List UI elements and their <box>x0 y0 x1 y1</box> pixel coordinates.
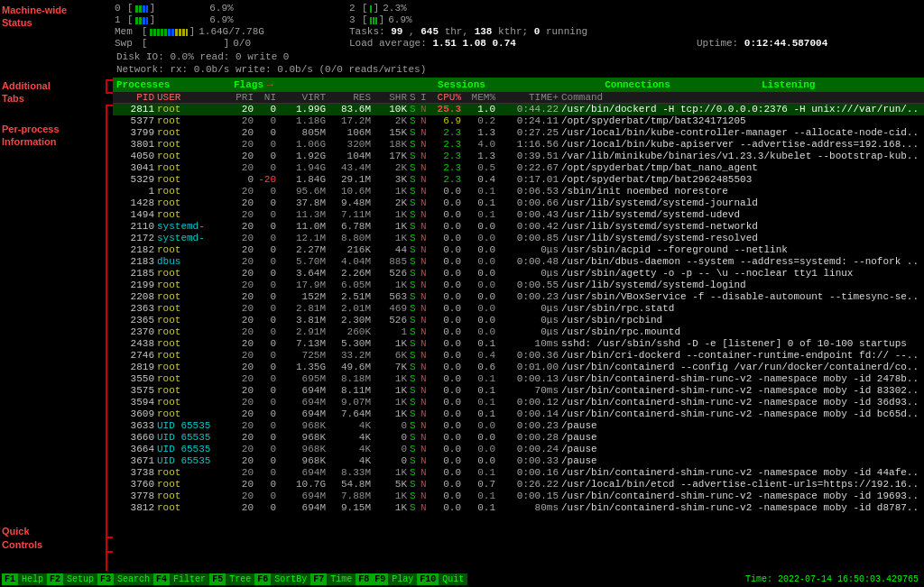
table-row[interactable]: 3671 UID 65535 20 0 968K 4K 0 S N 0.0 0.… <box>113 455 924 467</box>
sh-s: S <box>410 92 420 103</box>
header-listening[interactable]: Listening <box>762 78 920 92</box>
cell-pri: 20 <box>234 268 256 280</box>
sh-pri[interactable]: PRI <box>234 92 256 103</box>
cell-pri: 20 <box>234 186 256 197</box>
cell-shr: 1K <box>374 397 410 408</box>
fn-key-f1[interactable]: F1 <box>2 573 18 585</box>
table-row[interactable]: 3760 root 20 0 10.7G 54.8M 5K S N 0.0 0.… <box>113 479 924 491</box>
cell-pri: 20 <box>234 115 256 127</box>
cell-pri: 20 <box>234 151 256 162</box>
table-row[interactable]: 1428 root 20 0 37.8M 9.48M 2K S N 0.0 0.… <box>113 197 924 209</box>
fn-key-f2[interactable]: F2 <box>47 573 63 585</box>
header-connections[interactable]: Connections <box>513 78 762 92</box>
table-row[interactable]: 2182 root 20 0 2.27M 216K 44 S N 0.0 0.0… <box>113 244 924 256</box>
table-row[interactable]: 2370 root 20 0 2.91M 260K 1 S N 0.0 0.0 … <box>113 326 924 338</box>
table-row[interactable]: 3660 UID 65535 20 0 968K 4K 0 S N 0.0 0.… <box>113 432 924 444</box>
table-row[interactable]: 5329 root 0 -20 1.84G 29.1M 3K S N 2.3 0… <box>113 174 924 186</box>
table-row[interactable]: 2365 root 20 0 3.81M 2.30M 526 S N 0.0 0… <box>113 315 924 326</box>
table-row[interactable]: 2208 root 20 0 152M 2.51M 563 S N 0.0 0.… <box>113 291 924 303</box>
table-row[interactable]: 3633 UID 65535 20 0 968K 4K 0 S N 0.0 0.… <box>113 420 924 432</box>
cell-i: N <box>420 303 430 315</box>
cell-cpu: 0.0 <box>430 467 464 479</box>
table-row[interactable]: 3664 UID 65535 20 0 968K 4K 0 S N 0.0 0.… <box>113 444 924 455</box>
sh-cpu[interactable]: CPU% <box>430 92 464 103</box>
table-row[interactable]: 2172 systemd- 20 0 12.1M 8.80M 1K S N 0.… <box>113 233 924 244</box>
table-row[interactable]: 2363 root 20 0 2.81M 2.01M 469 S N 0.0 0… <box>113 303 924 315</box>
header-sessions[interactable]: Sessions <box>410 78 513 92</box>
cell-user: root <box>157 350 234 362</box>
fn-key-f9[interactable]: F9 <box>372 573 388 585</box>
fn-key-f8[interactable]: F8 <box>356 573 372 585</box>
fn-key-f5[interactable]: F5 <box>209 573 226 585</box>
cell-pri: 20 <box>234 303 256 315</box>
process-list[interactable]: 2811 root 20 0 1.99G 83.6M 10K S N 25.3 … <box>113 104 924 571</box>
fn-label-setup: Setup <box>63 573 97 585</box>
sh-i: I <box>420 92 430 103</box>
cell-virt: 1.94G <box>279 162 328 174</box>
table-row[interactable]: 3738 root 20 0 694M 8.33M 1K S N 0.0 0.1… <box>113 467 924 479</box>
table-row[interactable]: 2438 root 20 0 7.13M 5.30M 1K S N 0.0 0.… <box>113 338 924 350</box>
cell-user: root <box>157 197 234 209</box>
cell-cmd: /usr/sbin/agetty -o -p -- \u --noclear t… <box>561 268 920 280</box>
table-row[interactable]: 2811 root 20 0 1.99G 83.6M 10K S N 25.3 … <box>113 104 924 115</box>
header-processes[interactable]: Processes <box>116 78 234 92</box>
table-row[interactable]: 4050 root 20 0 1.92G 104M 17K S N 2.3 1.… <box>113 151 924 162</box>
cell-i: N <box>420 502 430 514</box>
table-row[interactable]: 2819 root 20 0 1.35G 49.6M 7K S N 0.0 0.… <box>113 362 924 373</box>
cell-virt: 1.92G <box>279 151 328 162</box>
cell-cpu: 6.9 <box>430 115 464 127</box>
cell-virt: 968K <box>279 444 328 455</box>
sh-pid[interactable]: PID <box>116 92 157 103</box>
cell-s: S <box>410 151 420 162</box>
table-row[interactable]: 3550 root 20 0 695M 8.18M 1K S N 0.0 0.1… <box>113 373 924 385</box>
header-flags[interactable]: Flags → <box>234 78 410 92</box>
cell-shr: 6K <box>374 350 410 362</box>
sh-ni[interactable]: NI <box>256 92 279 103</box>
sh-virt[interactable]: VIRT <box>279 92 328 103</box>
cell-cpu: 0.0 <box>430 268 464 280</box>
cell-time: 0μs <box>498 326 561 338</box>
sh-time[interactable]: TIME+ <box>498 92 561 103</box>
fn-key-f10[interactable]: F10 <box>417 573 439 585</box>
cell-mem: 0.2 <box>464 115 498 127</box>
table-row[interactable]: 3799 root 20 0 805M 106M 15K S N 2.3 1.3… <box>113 127 924 139</box>
fn-key-f6[interactable]: F6 <box>254 573 271 585</box>
sh-res[interactable]: RES <box>328 92 374 103</box>
table-row[interactable]: 3609 root 20 0 694M 7.64M 1K S N 0.0 0.1… <box>113 408 924 420</box>
cell-shr: 1K <box>374 280 410 291</box>
table-row[interactable]: 1494 root 20 0 11.3M 7.11M 1K S N 0.0 0.… <box>113 209 924 221</box>
table-row[interactable]: 3041 root 20 0 1.94G 43.4M 2K S N 2.3 0.… <box>113 162 924 174</box>
fn-key-f4[interactable]: F4 <box>153 573 170 585</box>
table-row[interactable]: 2746 root 20 0 725M 33.2M 6K S N 0.0 0.4… <box>113 350 924 362</box>
cell-user: root <box>157 280 234 291</box>
table-row[interactable]: 2183 dbus 20 0 5.70M 4.04M 885 S N 0.0 0… <box>113 256 924 268</box>
table-row[interactable]: 2185 root 20 0 3.64M 2.26M 526 S N 0.0 0… <box>113 268 924 280</box>
cell-cpu: 0.0 <box>430 397 464 408</box>
sh-user[interactable]: USER <box>157 92 234 103</box>
cell-i: N <box>420 373 430 385</box>
table-row[interactable]: 2199 root 20 0 17.9M 6.05M 1K S N 0.0 0.… <box>113 280 924 291</box>
cell-s: S <box>410 350 420 362</box>
cell-res: 49.6M <box>328 362 374 373</box>
cell-user: root <box>157 268 234 280</box>
table-row[interactable]: 3575 root 20 0 694M 8.11M 1K S N 0.0 0.1… <box>113 385 924 397</box>
cell-cpu: 2.3 <box>430 151 464 162</box>
fn-key-f3[interactable]: F3 <box>97 573 114 585</box>
cell-res: 320M <box>328 139 374 151</box>
cell-mem: 0.0 <box>464 233 498 244</box>
table-row[interactable]: 3812 root 20 0 694M 9.15M 1K S N 0.0 0.1… <box>113 502 924 514</box>
cell-shr: 1K <box>374 338 410 350</box>
sh-mem[interactable]: MEM% <box>464 92 498 103</box>
sh-shr[interactable]: SHR <box>374 92 410 103</box>
table-row[interactable]: 3801 root 20 0 1.06G 320M 18K S N 2.3 4.… <box>113 139 924 151</box>
cell-i: N <box>420 467 430 479</box>
table-row[interactable]: 5377 root 20 0 1.18G 17.2M 2K S N 6.9 0.… <box>113 115 924 127</box>
cell-cpu: 0.0 <box>430 338 464 350</box>
cell-ni: 0 <box>256 127 279 139</box>
fn-key-f7[interactable]: F7 <box>310 573 327 585</box>
cell-user: UID 65535 <box>157 455 234 467</box>
table-row[interactable]: 3594 root 20 0 694M 9.07M 1K S N 0.0 0.1… <box>113 397 924 408</box>
table-row[interactable]: 1 root 20 0 95.6M 10.6M 1K S N 0.0 0.1 0… <box>113 186 924 197</box>
table-row[interactable]: 2110 systemd- 20 0 11.0M 6.78M 1K S N 0.… <box>113 221 924 233</box>
table-row[interactable]: 3778 root 20 0 694M 7.88M 1K S N 0.0 0.1… <box>113 491 924 502</box>
